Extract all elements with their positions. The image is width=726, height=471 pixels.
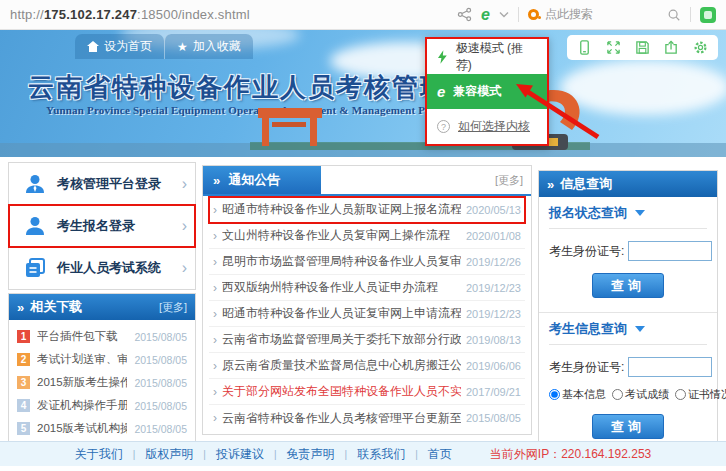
menu-item-speed-mode[interactable]: 极速模式 (推荐)	[427, 39, 547, 74]
page-subtitle: Yunnan Province Special Equipment Operat…	[46, 104, 462, 116]
cloud-decoration	[560, 60, 726, 115]
download-list-item[interactable]: 5 2015版考试机构操... 2015/08/05	[9, 417, 195, 440]
sidebar-item-candidate-login[interactable]: 考生报名登录 ›	[9, 205, 195, 247]
site-banner: 设为首页 ★ 加入收藏	[0, 30, 726, 157]
double-chevron-icon: »	[547, 177, 554, 192]
status-query-title[interactable]: 报名状态查询	[549, 197, 707, 229]
url-text[interactable]: http://175.102.17.247:18500/index.shtml	[10, 7, 250, 22]
bullet-arrow-icon: ›	[213, 359, 217, 373]
page-footer: 关于我们 | 版权声明 | 投诉建议 | 免责声明 | 联系我们 | 首页 当前…	[0, 441, 726, 466]
sidebar-item-admin-login[interactable]: 考核管理平台登录 ›	[9, 163, 195, 205]
double-chevron-icon: »	[17, 300, 24, 315]
bullet-arrow-icon: ›	[213, 255, 217, 269]
bullet-arrow-icon: ›	[213, 281, 217, 295]
footer-link-contact[interactable]: 联系我们	[357, 446, 405, 463]
ie-icon: e	[437, 83, 445, 100]
status-query-section: 报名状态查询 考生身份证号: 查询	[539, 197, 717, 310]
menu-item-compat-mode[interactable]: e 兼容模式	[427, 74, 547, 109]
info-query-section: 考生信息查询 考生身份证号: 基本信息 考试成绩 证书情况	[539, 313, 717, 451]
chevron-down-icon	[635, 326, 645, 332]
share-icon[interactable]	[457, 7, 472, 22]
footer-link-about[interactable]: 关于我们	[75, 446, 123, 463]
save-icon[interactable]	[635, 40, 650, 55]
notice-list-item[interactable]: › 西双版纳州特种设备作业人员证申办流程 2019/12/23	[209, 275, 525, 301]
footer-link-home[interactable]: 首页	[428, 446, 452, 463]
search-placeholder: 点此搜索	[545, 6, 593, 23]
chevron-down-icon	[635, 210, 645, 216]
downloads-panel: » 相关下载 [更多] 1 平台插件包下载 2015/08/05 2 考试计划送…	[8, 293, 196, 444]
export-icon[interactable]	[664, 40, 679, 55]
admin-user-icon	[23, 172, 47, 196]
search-engine-logo-icon	[528, 9, 539, 20]
notice-list-item[interactable]: › 原云南省质量技术监督局信息中心机房搬迁公告 2019/06/06	[209, 353, 525, 379]
divider: |	[415, 449, 418, 460]
notice-list-item[interactable]: › 云南省特种设备作业人员考核管理平台更新至20... 2015/08/05	[209, 405, 525, 431]
chevron-right-icon: ›	[182, 260, 187, 276]
search-icon[interactable]	[667, 8, 681, 22]
set-home-button[interactable]: 设为首页	[75, 34, 164, 59]
divider: |	[133, 449, 136, 460]
rank-badge: 1	[17, 330, 30, 343]
downloads-more-link[interactable]: [更多]	[159, 300, 187, 315]
download-list-item[interactable]: 4 发证机构操作手册 2015/08/05	[9, 394, 195, 417]
radio-basic-info[interactable]: 基本信息	[549, 387, 606, 402]
question-icon: ?	[437, 120, 450, 133]
ie-mode-icon[interactable]: e	[481, 7, 490, 23]
login-panel: 考核管理平台登录 › 考生报名登录 › 作业人员考试系统 ›	[8, 162, 196, 290]
sidebar-item-exam-system[interactable]: 作业人员考试系统 ›	[9, 247, 195, 289]
info-type-radio-group: 基本信息 考试成绩 证书情况	[549, 387, 707, 402]
notices-panel: » 通知公告 [更多] › 昭通市特种设备作业人员新取证网上报名流程 NEW 2…	[202, 165, 532, 435]
star-icon: ★	[177, 40, 188, 54]
external-ip-label: 当前外网IP：220.164.192.253	[490, 446, 651, 463]
footer-link-complaint[interactable]: 投诉建议	[216, 446, 264, 463]
gear-icon[interactable]	[693, 40, 708, 55]
mobile-icon[interactable]	[577, 40, 592, 55]
divider	[690, 7, 691, 22]
notice-list-item[interactable]: › 云南省市场监督管理局关于委托下放部分行政许可... 2019/08/13	[209, 327, 525, 353]
menu-item-kernel-help[interactable]: ? 如何选择内核	[427, 109, 547, 144]
status-query-button[interactable]: 查询	[592, 273, 664, 298]
footer-link-copyright[interactable]: 版权声明	[145, 446, 193, 463]
notices-more-link[interactable]: [更多]	[495, 173, 531, 188]
rank-badge: 5	[17, 422, 30, 435]
notice-list-item[interactable]: › 关于部分网站发布全国特种设备作业人员不实信息... 2017/09/21	[209, 379, 525, 405]
radio-certificate[interactable]: 证书情况	[675, 387, 726, 402]
info-query-button[interactable]: 查询	[592, 414, 664, 439]
footer-link-disclaimer[interactable]: 免责声明	[287, 446, 335, 463]
browser-app-icon[interactable]	[700, 7, 716, 23]
info-id-input[interactable]	[628, 357, 712, 377]
rank-badge: 4	[17, 399, 30, 412]
notice-list-item[interactable]: › 文山州特种设备作业人员复审网上操作流程 2020/01/08	[209, 223, 525, 249]
notice-list-item[interactable]: › 昭通市特种设备作业人员新取证网上报名流程 NEW 2020/05/13	[209, 197, 525, 223]
double-chevron-icon: »	[213, 173, 220, 188]
tab-notices[interactable]: » 通知公告	[203, 166, 321, 194]
divider: |	[274, 449, 277, 460]
bullet-arrow-icon: ›	[213, 203, 217, 217]
divider: |	[345, 449, 348, 460]
info-query-title[interactable]: 考生信息查询	[549, 313, 707, 345]
bullet-arrow-icon: ›	[213, 385, 217, 399]
download-list-item[interactable]: 3 2015新版考生操作... 2015/08/05	[9, 371, 195, 394]
id-number-label: 考生身份证号:	[549, 243, 624, 260]
status-id-input[interactable]	[628, 241, 712, 261]
query-panel: » 信息查询 报名状态查询 考生身份证号: 查询 考生信息查询 考生身份证号:	[538, 170, 718, 452]
bullet-arrow-icon: ›	[213, 333, 217, 347]
bullet-arrow-icon: ›	[213, 411, 217, 425]
lightning-icon	[437, 50, 448, 64]
download-list-item[interactable]: 2 考试计划送审、审核 ... 2015/08/05	[9, 348, 195, 371]
divider	[518, 7, 519, 22]
bullet-arrow-icon: ›	[213, 229, 217, 243]
fullscreen-icon[interactable]	[606, 40, 621, 55]
radio-exam-score[interactable]: 考试成绩	[612, 387, 669, 402]
chevron-right-icon: ›	[182, 218, 187, 234]
chevron-down-icon[interactable]	[499, 11, 509, 18]
add-favorite-button[interactable]: ★ 加入收藏	[164, 34, 253, 59]
exam-system-icon	[23, 256, 47, 280]
notice-list-item[interactable]: › 昆明市市场监督管理局特种设备作业人员复审流程... 2019/12/26	[209, 249, 525, 275]
browser-search-box[interactable]: 点此搜索	[528, 6, 658, 23]
download-list-item[interactable]: 1 平台插件包下载 2015/08/05	[9, 325, 195, 348]
notices-header: » 通知公告 [更多]	[203, 166, 531, 196]
notice-list-item[interactable]: › 昭通市特种设备作业人员证复审网上申请流程及相... 2019/12/23	[209, 301, 525, 327]
user-icon	[23, 214, 47, 238]
id-number-label: 考生身份证号:	[549, 359, 624, 376]
